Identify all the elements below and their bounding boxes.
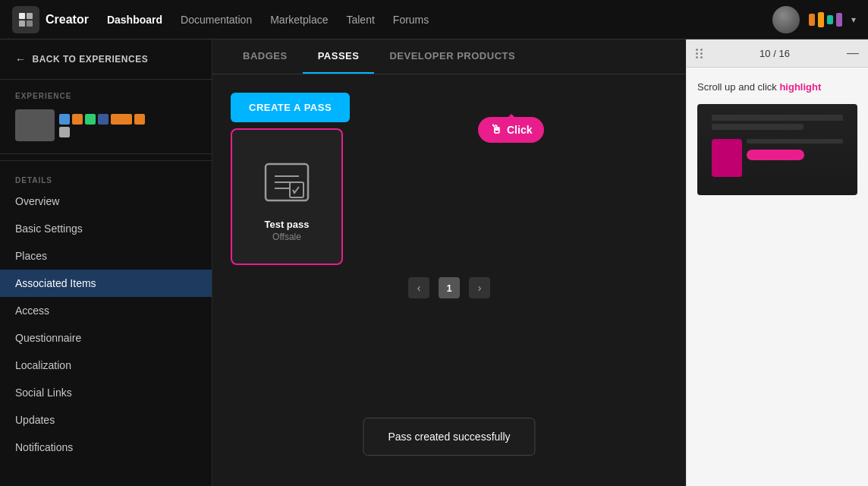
nav-links: Dashboard Documentation Marketplace Tale… xyxy=(107,14,772,26)
stat-bar-2 xyxy=(818,12,824,27)
sidebar-item-updates[interactable]: Updates xyxy=(0,406,212,434)
logo-icon xyxy=(12,6,39,33)
mini-ui xyxy=(706,109,850,191)
tab-badges[interactable]: BADGES xyxy=(228,39,303,74)
sidebar-item-places-label: Places xyxy=(15,250,47,262)
click-tooltip: 🖱 Click xyxy=(478,117,544,143)
drag-handle[interactable] xyxy=(696,49,703,58)
nav-right: ▾ xyxy=(772,6,856,33)
pass-card-name: Test pass xyxy=(264,219,309,230)
sidebar-item-updates-label: Updates xyxy=(15,414,55,426)
nav-marketplace[interactable]: Marketplace xyxy=(270,14,328,26)
sidebar-item-social-links[interactable]: Social Links xyxy=(0,379,212,406)
sidebar-item-associated-items-label: Associated Items xyxy=(15,277,96,289)
pass-card[interactable]: Test pass Offsale xyxy=(231,128,343,265)
sidebar-item-social-links-label: Social Links xyxy=(15,387,72,399)
tutorial-minimize-button[interactable]: — xyxy=(847,47,859,59)
cursor-icon: 🖱 xyxy=(490,123,502,137)
sidebar-item-overview[interactable]: Overview xyxy=(0,188,212,215)
experience-color-dots xyxy=(59,114,150,137)
nav-stats xyxy=(809,12,842,27)
back-label: BACK TO EXPERIENCES xyxy=(33,54,149,65)
mini-card xyxy=(712,139,742,177)
success-toast: Pass created successfully xyxy=(363,418,535,456)
tutorial-screenshot xyxy=(697,104,857,195)
sidebar-divider xyxy=(0,160,212,161)
exp-dot-6 xyxy=(134,114,145,125)
back-arrow-icon: ← xyxy=(15,53,27,65)
drag-dot-5 xyxy=(700,52,703,55)
pagination-prev[interactable]: ‹ xyxy=(408,277,429,298)
sidebar-item-overview-label: Overview xyxy=(15,195,59,207)
passes-content: CREATE A PASS 🖱 Click xyxy=(212,74,686,486)
nav-chevron-icon[interactable]: ▾ xyxy=(851,14,856,25)
stat-bar-4 xyxy=(836,13,842,27)
exp-dot-2 xyxy=(72,114,83,125)
top-nav: Creator Dashboard Documentation Marketpl… xyxy=(0,0,868,39)
tab-developer-products[interactable]: DEVELOPER PRODUCTS xyxy=(374,39,530,74)
experience-thumbnails xyxy=(15,109,197,141)
avatar[interactable] xyxy=(772,6,800,33)
sidebar-item-access-label: Access xyxy=(15,305,49,317)
sidebar-item-access[interactable]: Access xyxy=(0,297,212,324)
drag-dot-1 xyxy=(696,49,698,51)
nav-forums[interactable]: Forums xyxy=(393,14,429,26)
nav-dashboard[interactable]: Dashboard xyxy=(107,14,162,26)
sidebar-item-places[interactable]: Places xyxy=(0,242,212,270)
logo-text: Creator xyxy=(46,13,89,27)
svg-rect-3 xyxy=(27,21,33,27)
sidebar-item-localization[interactable]: Localization xyxy=(0,352,212,379)
exp-dot-1 xyxy=(59,114,70,125)
svg-rect-2 xyxy=(19,21,25,27)
nav-logo[interactable]: Creator xyxy=(12,6,89,33)
pagination-next[interactable]: › xyxy=(469,277,490,298)
experience-section: EXPERIENCE xyxy=(0,80,212,154)
mini-highlight-block xyxy=(747,150,805,160)
sidebar-item-notifications-label: Notifications xyxy=(15,441,73,453)
experience-label: EXPERIENCE xyxy=(15,92,197,100)
sidebar-item-questionnaire-label: Questionnaire xyxy=(15,332,81,344)
tab-passes[interactable]: PASSES xyxy=(303,39,375,74)
current-page: 1 xyxy=(439,277,460,298)
sidebar-item-basic-settings-label: Basic Settings xyxy=(15,222,83,235)
create-pass-button[interactable]: CREATE A PASS xyxy=(231,93,350,122)
exp-dot-3 xyxy=(85,114,96,125)
mini-bar-2 xyxy=(712,124,804,130)
tutorial-body: Scroll up and click highlight xyxy=(687,68,868,486)
sidebar-item-associated-items[interactable]: Associated Items xyxy=(0,270,212,297)
drag-dot-4 xyxy=(700,49,703,51)
experience-main-thumb[interactable] xyxy=(15,109,55,141)
exp-dot-4 xyxy=(98,114,108,125)
mini-bar-1 xyxy=(712,115,844,121)
tutorial-panel: 10 / 16 — Scroll up and click highlight xyxy=(686,39,868,486)
nav-documentation[interactable]: Documentation xyxy=(181,14,252,26)
sidebar-item-localization-label: Localization xyxy=(15,359,71,371)
tutorial-screenshot-inner xyxy=(697,104,857,195)
drag-dot-2 xyxy=(696,52,698,55)
tutorial-highlight: highlight xyxy=(779,81,821,93)
pagination: ‹ 1 › xyxy=(231,265,668,311)
click-tooltip-label: Click xyxy=(507,124,532,136)
exp-dot-7 xyxy=(59,127,70,137)
sidebar: ← BACK TO EXPERIENCES EXPERIENCE DETAILS xyxy=(0,39,212,486)
svg-rect-1 xyxy=(27,13,33,19)
mini-bar-3 xyxy=(747,139,844,144)
exp-dot-5 xyxy=(111,114,132,125)
details-label: DETAILS xyxy=(0,167,212,188)
stat-bar-1 xyxy=(809,14,815,26)
nav-talent[interactable]: Talent xyxy=(346,14,374,26)
sidebar-item-questionnaire[interactable]: Questionnaire xyxy=(0,324,212,352)
stat-bar-3 xyxy=(827,15,833,24)
drag-dot-6 xyxy=(700,56,703,58)
sidebar-item-basic-settings[interactable]: Basic Settings xyxy=(0,215,212,242)
tutorial-header: 10 / 16 — xyxy=(687,39,868,68)
main-content: BADGES PASSES DEVELOPER PRODUCTS CREATE … xyxy=(212,39,686,486)
tutorial-text: Scroll up and click highlight xyxy=(697,80,857,95)
drag-dot-3 xyxy=(696,56,698,58)
sidebar-item-notifications[interactable]: Notifications xyxy=(0,434,212,461)
pass-card-status: Offsale xyxy=(272,232,301,242)
back-to-experiences-button[interactable]: ← BACK TO EXPERIENCES xyxy=(0,39,212,80)
svg-rect-0 xyxy=(19,13,25,19)
pass-card-icon xyxy=(256,152,317,213)
tabs-bar: BADGES PASSES DEVELOPER PRODUCTS xyxy=(212,39,686,74)
